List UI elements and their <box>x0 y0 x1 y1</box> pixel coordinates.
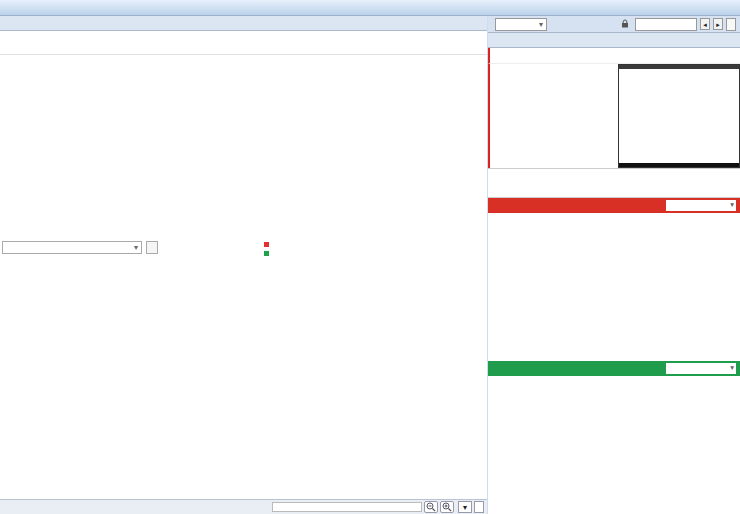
x-axis <box>0 485 487 499</box>
range-more-button[interactable]: ▾ <box>458 501 472 513</box>
chevron-down-icon: ▾ <box>730 200 734 211</box>
zoom-in-button[interactable] <box>440 501 454 513</box>
title-bar <box>0 0 740 16</box>
stat-days-row: ▾ ◂ ▸ <box>488 16 740 33</box>
buy-table <box>488 213 740 361</box>
fundamental-metrics <box>488 168 740 198</box>
sell-filter-select[interactable]: ▾ <box>666 363 736 374</box>
today-button[interactable] <box>726 18 736 31</box>
chevron-down-icon: ▾ <box>730 363 734 374</box>
zoom-out-button[interactable] <box>424 501 438 513</box>
sell-table <box>488 376 740 514</box>
red-square-icon <box>264 242 269 247</box>
indicator-select[interactable]: ▾ <box>2 241 142 254</box>
ma-legend-row <box>0 31 487 42</box>
buy-section-header: ▾ <box>488 198 740 213</box>
chart-hscrollbar[interactable] <box>272 502 422 512</box>
date-prev-button[interactable]: ◂ <box>700 18 710 30</box>
buy-filter-select[interactable]: ▾ <box>666 200 736 211</box>
price-volume-chart[interactable] <box>0 67 487 239</box>
main-force-body <box>619 69 739 163</box>
indicator-chart[interactable] <box>0 259 487 485</box>
selected-broker-legend <box>264 240 271 258</box>
main-force-box <box>618 64 740 168</box>
green-square-icon <box>264 251 269 256</box>
indicator-controls: ▾ <box>2 239 485 259</box>
chart-area: ▾ <box>0 67 487 499</box>
shortswing-bar <box>619 163 739 167</box>
date-input[interactable] <box>635 18 697 31</box>
date-next-button[interactable]: ▸ <box>713 18 723 30</box>
stats-list <box>490 64 618 168</box>
restore-range-button[interactable] <box>474 501 484 513</box>
ohlc-readout <box>0 55 487 67</box>
restore-indicator-button[interactable] <box>146 241 158 254</box>
magnifier-plus-icon <box>442 502 452 512</box>
chart-tabs <box>0 16 487 31</box>
analysis-panel: ▾ ◂ ▸ <box>488 16 740 514</box>
lock-icon <box>621 19 629 30</box>
stock-header <box>488 48 740 64</box>
chevron-down-icon: ▾ <box>539 19 543 30</box>
app-window: ▾ ▾ <box>0 0 740 514</box>
chart-toolbar <box>0 42 487 55</box>
stats-section <box>488 64 740 168</box>
sell-section-header: ▾ <box>488 361 740 376</box>
analysis-tabs <box>488 33 740 48</box>
chevron-down-icon: ▾ <box>134 242 138 253</box>
magnifier-minus-icon <box>426 502 436 512</box>
chart-bottom-bar: ▾ <box>0 499 487 514</box>
chart-panel: ▾ ▾ <box>0 16 487 514</box>
stat-days-select[interactable]: ▾ <box>495 18 547 31</box>
